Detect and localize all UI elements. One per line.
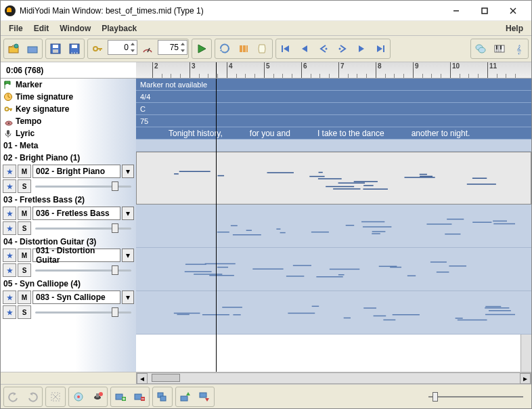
hscroll-left-arrow[interactable]: ◂ xyxy=(137,373,148,384)
favorite-button[interactable]: ★ xyxy=(3,165,16,178)
scroll-lock-button[interactable] xyxy=(254,40,271,58)
ruler[interactable]: 234567891011 xyxy=(136,62,531,78)
step-fwd-button[interactable] xyxy=(353,40,370,58)
solo-button[interactable]: S xyxy=(18,263,31,277)
key-button[interactable] xyxy=(89,40,106,58)
volume-slider[interactable] xyxy=(32,306,134,318)
instrument-select[interactable]: 002 - Bright Piano xyxy=(32,165,120,178)
ruler-tick xyxy=(422,74,424,78)
track-header[interactable]: 02 - Bright Piano (1) xyxy=(1,152,136,164)
svg-point-41 xyxy=(8,123,9,124)
open-button[interactable] xyxy=(5,40,22,58)
favorite-button[interactable]: ★ xyxy=(3,221,16,235)
time-display: 0:06 (768) xyxy=(1,62,136,78)
favorite-button[interactable]: ★ xyxy=(3,305,16,319)
undo-button[interactable] xyxy=(5,388,22,406)
svg-rect-23 xyxy=(383,45,384,52)
favorite-button[interactable]: ★ xyxy=(3,263,16,277)
step-back-button[interactable] xyxy=(296,40,313,58)
favorite-button[interactable]: ★ xyxy=(3,249,16,262)
favorite-button[interactable]: ★ xyxy=(3,207,16,220)
recent-button[interactable] xyxy=(24,40,41,58)
instrument-select[interactable]: 083 - Syn Calliope xyxy=(32,290,120,304)
mute-button[interactable]: M xyxy=(18,249,31,262)
ruler-tick xyxy=(180,74,182,78)
go-start-button[interactable] xyxy=(277,40,294,58)
track-lane[interactable] xyxy=(136,204,531,248)
volume-slider[interactable] xyxy=(32,222,134,234)
mute-button[interactable]: M xyxy=(18,165,31,178)
horizontal-scrollbar[interactable]: ◂ ▸ xyxy=(136,372,531,384)
svg-rect-20 xyxy=(282,45,283,52)
svg-point-22 xyxy=(339,48,341,50)
mute-button[interactable]: M xyxy=(18,207,31,220)
track-content-panel[interactable]: Marker not available4/4C75Tonight histor… xyxy=(136,79,531,372)
remove-track-button[interactable] xyxy=(131,388,148,406)
track-lane[interactable] xyxy=(136,152,531,204)
maximize-button[interactable] xyxy=(470,1,499,20)
hscroll-thumb[interactable] xyxy=(152,374,180,382)
instrument-dropdown-icon[interactable]: ▾ xyxy=(122,207,134,220)
track-lane[interactable] xyxy=(136,248,531,291)
loop-region-button[interactable] xyxy=(235,40,252,58)
menu-help[interactable]: Help xyxy=(500,22,529,35)
menu-file[interactable]: File xyxy=(3,22,28,35)
piano-button[interactable] xyxy=(491,40,508,58)
go-end-button[interactable] xyxy=(372,40,389,58)
copy-track-button[interactable] xyxy=(154,388,171,406)
prev-marker-button[interactable] xyxy=(315,40,332,58)
track-header[interactable]: 03 - Fretless Bass (2) xyxy=(1,194,136,206)
add-track-button[interactable] xyxy=(112,388,129,406)
instrument-dropdown-icon[interactable]: ▾ xyxy=(122,165,134,178)
close-button[interactable] xyxy=(499,1,527,20)
clef-button[interactable]: 𝄞 xyxy=(510,40,527,58)
info-lane: 75 xyxy=(136,115,531,127)
tempo-input[interactable]: 75 xyxy=(158,40,187,55)
track-header[interactable]: 01 - Meta xyxy=(1,139,136,152)
zoom-slider[interactable] xyxy=(428,391,523,403)
mute-button[interactable]: M xyxy=(18,290,31,304)
ruler-tick xyxy=(460,74,462,78)
volume-slider[interactable] xyxy=(32,180,134,192)
menu-playback[interactable]: Playback xyxy=(96,22,142,35)
volume-slider[interactable] xyxy=(32,264,134,276)
midi-input-button[interactable] xyxy=(89,388,106,406)
main-toolbar: … 0 75 𝄞 xyxy=(1,36,531,62)
delete-button[interactable] xyxy=(47,388,64,406)
ruler-tick xyxy=(348,74,350,78)
loop-button[interactable] xyxy=(216,40,234,58)
favorite-button[interactable]: ★ xyxy=(3,290,16,304)
svg-rect-8 xyxy=(53,45,58,48)
next-marker-button[interactable] xyxy=(334,40,351,58)
save-button[interactable] xyxy=(47,40,64,58)
move-down-button[interactable] xyxy=(196,388,213,406)
record-button[interactable] xyxy=(70,388,87,406)
track-lane[interactable] xyxy=(136,291,531,335)
svg-rect-124 xyxy=(116,394,123,400)
app-icon xyxy=(5,5,16,16)
menu-window[interactable]: Window xyxy=(54,22,96,35)
instrument-dropdown-icon[interactable]: ▾ xyxy=(122,249,134,262)
svg-rect-19 xyxy=(246,45,248,52)
solo-button[interactable]: S xyxy=(18,305,31,319)
instrument-select[interactable]: 036 - Fretless Bass xyxy=(32,207,120,220)
solo-button[interactable]: S xyxy=(18,221,31,235)
favorite-button[interactable]: ★ xyxy=(3,179,16,193)
chat-button[interactable] xyxy=(472,40,489,58)
redo-button[interactable] xyxy=(24,388,41,406)
minimize-button[interactable] xyxy=(442,1,470,20)
save-as-button[interactable]: … xyxy=(66,40,83,58)
instrument-select[interactable]: 031 - Distortion Guitar xyxy=(32,249,120,262)
play-button[interactable] xyxy=(193,40,210,58)
svg-rect-1 xyxy=(482,8,487,14)
lyric-segment: I take to the dance xyxy=(317,129,384,138)
solo-button[interactable]: S xyxy=(18,179,31,193)
track-header[interactable]: 05 - Syn Calliope (4) xyxy=(1,278,136,290)
instrument-dropdown-icon[interactable]: ▾ xyxy=(122,290,134,304)
ruler-tick xyxy=(357,74,359,78)
move-up-button[interactable] xyxy=(177,388,194,406)
track-lane[interactable] xyxy=(136,139,531,152)
hscroll-right-arrow[interactable]: ▸ xyxy=(520,373,531,384)
menu-edit[interactable]: Edit xyxy=(28,22,55,35)
transpose-input[interactable]: 0 xyxy=(108,40,137,55)
